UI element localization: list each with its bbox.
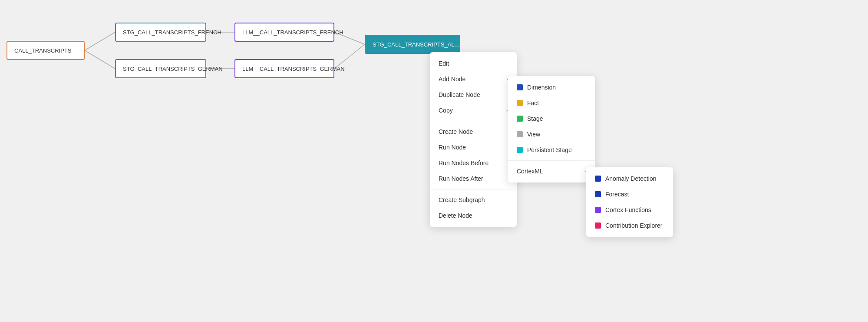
submenu-item-forecast-label: Forecast (605, 191, 629, 198)
submenu-item-contribution-explorer[interactable]: Contribution Explorer (586, 218, 673, 233)
menu-item-add-node[interactable]: Add Node › (430, 71, 517, 87)
node-call-transcripts[interactable]: CALL_TRANSCRIPTS (7, 41, 85, 60)
node-stg-french-label: STG_CALL_TRANSCRIPTS_FRENCH (123, 29, 221, 36)
node-llm-french-label: LLM__CALL_TRANSCRIPTS_FRENCH (242, 29, 343, 36)
menu-item-edit-label: Edit (439, 60, 449, 67)
node-stg-german[interactable]: STG_CALL_TRANSCRIPTS_GERMAN (115, 59, 206, 78)
node-stg-all[interactable]: STG_CALL_TRANSCRIPTS_AL... (365, 35, 460, 54)
cortexml-submenu: Anomaly Detection Forecast Cortex Functi… (586, 167, 673, 237)
menu-item-create-node[interactable]: Create Node (430, 124, 517, 139)
submenu-item-persistent-stage-label: Persistent Stage (527, 146, 572, 153)
context-menu: Edit Add Node › Duplicate Node Copy › Cr… (430, 52, 517, 227)
submenu-item-anomaly-detection[interactable]: Anomaly Detection (586, 171, 673, 186)
divider-2 (430, 189, 517, 189)
submenu-item-cortexml[interactable]: CortexML › (508, 163, 595, 179)
menu-item-create-subgraph-label: Create Subgraph (439, 196, 485, 203)
stage-dot (517, 116, 523, 122)
menu-item-create-node-label: Create Node (439, 128, 473, 135)
submenu-item-view-label: View (527, 131, 540, 138)
contribution-explorer-dot (595, 222, 601, 229)
menu-item-run-node[interactable]: Run Node (430, 139, 517, 155)
view-dot (517, 131, 523, 137)
node-llm-german[interactable]: LLM__CALL_TRANSCRIPTS_GERMAN (234, 59, 334, 78)
add-node-submenu: Dimension Fact Stage View Persistent (508, 76, 595, 183)
menu-item-copy-label: Copy (439, 107, 453, 114)
submenu-item-cortex-functions-label: Cortex Functions (605, 206, 651, 213)
submenu-item-stage-label: Stage (527, 115, 543, 122)
node-llm-french[interactable]: LLM__CALL_TRANSCRIPTS_FRENCH (234, 23, 334, 42)
submenu-item-view[interactable]: View (508, 126, 595, 142)
menu-item-run-nodes-after-label: Run Nodes After (439, 175, 483, 182)
menu-item-duplicate-node-label: Duplicate Node (439, 91, 480, 98)
node-stg-german-label: STG_CALL_TRANSCRIPTS_GERMAN (123, 66, 223, 72)
persistent-stage-dot (517, 147, 523, 153)
svg-line-0 (85, 32, 115, 50)
menu-item-copy[interactable]: Copy › (430, 103, 517, 118)
submenu-item-fact-label: Fact (527, 100, 539, 106)
anomaly-detection-dot (595, 176, 601, 182)
divider-1 (430, 121, 517, 121)
submenu-item-stage[interactable]: Stage (508, 111, 595, 126)
submenu-item-cortexml-label: CortexML (517, 168, 543, 175)
submenu-item-dimension-label: Dimension (527, 84, 556, 91)
dimension-dot (517, 84, 523, 90)
submenu-item-dimension[interactable]: Dimension (508, 80, 595, 95)
menu-item-duplicate-node[interactable]: Duplicate Node (430, 87, 517, 103)
menu-item-delete-node[interactable]: Delete Node (430, 208, 517, 223)
cortex-functions-dot (595, 207, 601, 213)
divider-3 (508, 160, 595, 161)
menu-item-run-nodes-after[interactable]: Run Nodes After (430, 171, 517, 186)
menu-item-run-node-label: Run Node (439, 144, 466, 151)
menu-item-delete-node-label: Delete Node (439, 212, 472, 219)
submenu-item-contribution-explorer-label: Contribution Explorer (605, 222, 663, 229)
node-call-transcripts-label: CALL_TRANSCRIPTS (14, 47, 71, 54)
forecast-dot (595, 191, 601, 197)
menu-item-run-nodes-before[interactable]: Run Nodes Before (430, 155, 517, 171)
menu-item-add-node-label: Add Node (439, 76, 465, 83)
svg-line-1 (85, 50, 115, 69)
canvas: CALL_TRANSCRIPTS STG_CALL_TRANSCRIPTS_FR… (0, 0, 868, 322)
fact-dot (517, 100, 523, 106)
submenu-item-forecast[interactable]: Forecast (586, 186, 673, 202)
node-stg-all-label: STG_CALL_TRANSCRIPTS_AL... (373, 41, 459, 48)
node-stg-french[interactable]: STG_CALL_TRANSCRIPTS_FRENCH (115, 23, 206, 42)
menu-item-create-subgraph[interactable]: Create Subgraph (430, 192, 517, 208)
submenu-item-persistent-stage[interactable]: Persistent Stage (508, 142, 595, 158)
submenu-item-cortex-functions[interactable]: Cortex Functions (586, 202, 673, 218)
menu-item-run-nodes-before-label: Run Nodes Before (439, 159, 488, 166)
submenu-item-fact[interactable]: Fact (508, 95, 595, 111)
submenu-item-anomaly-detection-label: Anomaly Detection (605, 175, 657, 182)
node-llm-german-label: LLM__CALL_TRANSCRIPTS_GERMAN (242, 66, 345, 72)
menu-item-edit[interactable]: Edit (430, 56, 517, 71)
